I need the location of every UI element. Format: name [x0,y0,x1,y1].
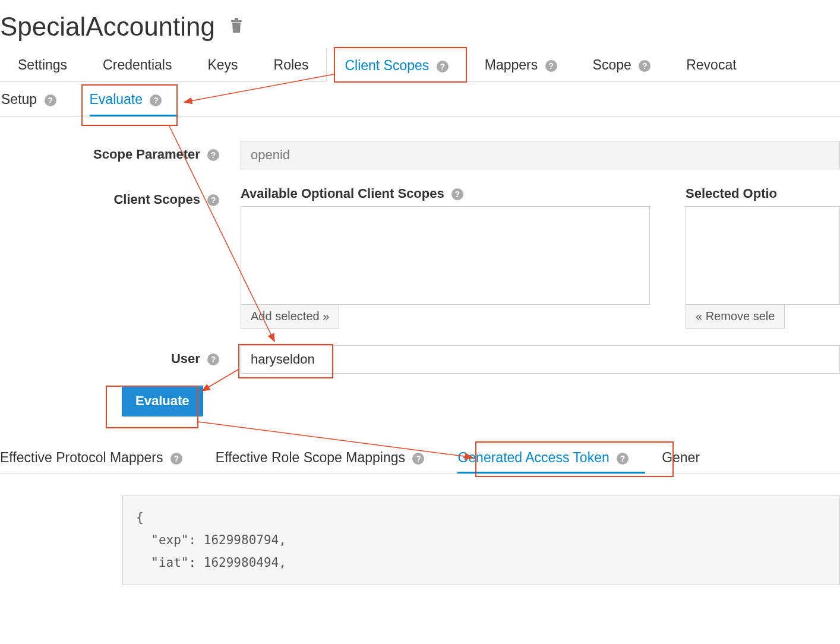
help-icon[interactable]: ? [207,194,219,206]
help-icon[interactable]: ? [207,149,219,161]
page-header: SpecialAccounting [0,0,840,49]
available-scopes-column: Available Optional Client Scopes ? Add s… [241,186,650,329]
tab-scope-label: Scope [593,57,631,72]
help-icon[interactable]: ? [545,60,557,72]
result-tabs: Effective Protocol Mappers ? Effective R… [0,433,840,474]
main-tabs: Settings Credentials Keys Roles Client S… [0,49,840,82]
selected-scopes-label: Selected Optio [686,186,840,201]
tab-generated-token[interactable]: Generated Access Token ? [457,450,645,473]
row-client-scopes: Client Scopes ? Available Optional Clien… [0,186,840,329]
tab-roles[interactable]: Roles [256,49,327,81]
selected-scopes-column: Selected Optio « Remove sele [686,186,840,329]
tab-mappers-label: Mappers [485,57,538,72]
available-scopes-select[interactable] [241,206,650,305]
available-scopes-label: Available Optional Client Scopes [241,186,444,201]
help-icon[interactable]: ? [170,453,182,465]
subtab-evaluate-label: Evaluate [90,91,143,107]
row-user: User ? [0,345,840,374]
tab-client-scopes[interactable]: Client Scopes ? [326,49,466,82]
scope-parameter-input[interactable] [241,141,840,169]
help-icon[interactable]: ? [45,94,56,106]
tab-mappers[interactable]: Mappers ? [467,49,575,81]
tab-scope[interactable]: Scope ? [575,49,669,81]
form-area: Scope Parameter ? Client Scopes ? Availa… [0,117,840,416]
svg-rect-1 [235,18,238,20]
help-icon[interactable]: ? [617,453,629,465]
tab-effective-mappers[interactable]: Effective Protocol Mappers ? [0,450,199,473]
selected-scopes-select[interactable] [686,206,840,305]
subtab-evaluate[interactable]: Evaluate ? [90,91,179,116]
evaluate-button[interactable]: Evaluate [122,386,203,416]
sub-tabs: Setup ? Evaluate ? [0,82,840,117]
svg-rect-0 [231,20,242,22]
help-icon[interactable]: ? [150,94,162,106]
user-label: User ? [0,345,241,367]
tab-effective-role[interactable]: Effective Role Scope Mappings ? [216,450,441,473]
help-icon[interactable]: ? [207,353,219,365]
subtab-setup[interactable]: Setup ? [1,91,73,116]
tab-gener[interactable]: Gener [662,450,716,473]
tab-credentials[interactable]: Credentials [85,49,190,81]
token-output[interactable]: { "exp": 1629980794, "iat": 1629980494, [122,495,840,585]
user-input[interactable] [241,345,840,374]
help-icon[interactable]: ? [437,61,449,72]
add-selected-button[interactable]: Add selected » [241,304,339,329]
page-title: SpecialAccounting [0,12,215,42]
tab-client-scopes-label: Client Scopes [345,58,429,73]
help-icon[interactable]: ? [639,60,650,72]
tab-keys[interactable]: Keys [190,49,255,81]
remove-selected-button[interactable]: « Remove sele [686,304,785,329]
trash-icon[interactable] [229,17,244,37]
row-scope-parameter: Scope Parameter ? [0,141,840,169]
tab-settings[interactable]: Settings [0,49,85,81]
help-icon[interactable]: ? [451,188,463,200]
help-icon[interactable]: ? [412,453,424,465]
scope-parameter-label: Scope Parameter ? [0,141,241,162]
client-scopes-label: Client Scopes ? [0,186,241,207]
tab-revocation[interactable]: Revocat [668,49,754,81]
row-evaluate-button: Evaluate [0,386,840,416]
subtab-setup-label: Setup [1,91,37,107]
